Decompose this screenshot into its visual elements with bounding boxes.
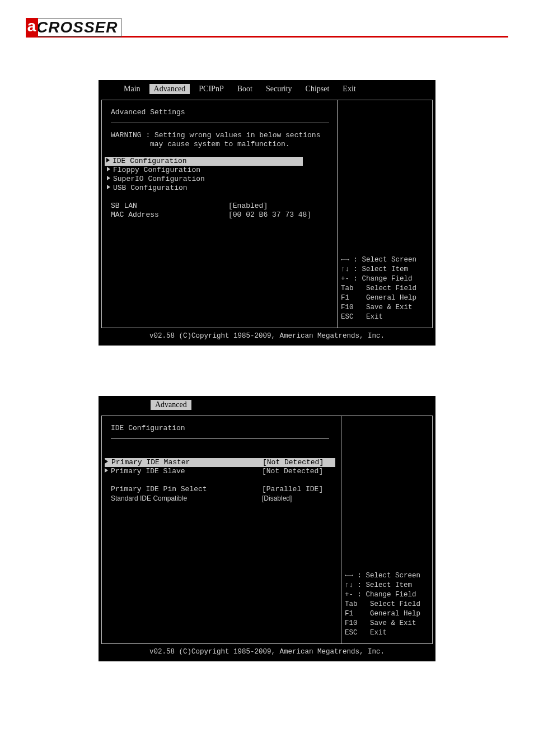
bios-tabbar: MainAdvancedPCIPnPBootSecurityChipsetExi…	[99, 81, 435, 100]
menu-item-superio-configuration[interactable]: SuperIO Configuration	[105, 175, 331, 184]
legend-line: Tab Select Field	[341, 284, 416, 293]
section-title: IDE Configuration	[111, 424, 335, 433]
tab-main[interactable]: Main	[119, 84, 145, 94]
submenu-arrow-icon	[105, 166, 113, 175]
divider	[111, 438, 329, 439]
legend-help: ←→ : Select Screen↑↓ : Select Item+- : C…	[341, 255, 416, 322]
divider	[111, 123, 329, 123]
tab-pcipnp[interactable]: PCIPnP	[194, 84, 228, 94]
menu-item-floppy-configuration[interactable]: Floppy Configuration	[105, 166, 331, 175]
warning-line-2: may cause system to malfunction.	[111, 140, 331, 149]
legend-line: +- : Change Field	[345, 590, 420, 600]
tab-security[interactable]: Security	[261, 84, 297, 94]
legend-help: ←→ : Select Screen↑↓ : Select Item+- : C…	[345, 571, 420, 638]
legend-line: ESC Exit	[341, 312, 416, 322]
legend-line: Tab Select Field	[345, 600, 420, 609]
submenu-arrow-icon	[105, 458, 111, 467]
legend-line: F1 General Help	[345, 609, 420, 619]
setting-primary-ide-master[interactable]: Primary IDE Master[Not Detected]	[105, 458, 335, 467]
submenu-arrow-icon	[105, 175, 113, 184]
legend-line: ←→ : Select Screen	[345, 571, 420, 581]
setting-primary-ide-slave[interactable]: Primary IDE Slave[Not Detected]	[105, 467, 335, 476]
legend-line: ←→ : Select Screen	[341, 255, 416, 265]
legend-line: F10 Save & Exit	[341, 303, 416, 312]
setting-standard-ide-compatible[interactable]: Standard IDE Compatible[Disabled]	[105, 494, 335, 503]
bios-screen-ide: Advanced IDE Configuration Primary IDE M…	[99, 396, 435, 661]
legend-line: ESC Exit	[345, 628, 420, 638]
tab-boot[interactable]: Boot	[233, 84, 257, 94]
setting-sb-lan[interactable]: SB LAN[Enabled]	[111, 202, 331, 211]
legend-line: F1 General Help	[341, 293, 416, 303]
submenu-arrow-icon	[105, 184, 113, 193]
warning-line-1: WARNING : Setting wrong values in below …	[111, 131, 331, 140]
legend-line: F10 Save & Exit	[345, 619, 420, 628]
menu-item-ide-configuration[interactable]: IDE Configuration	[105, 157, 303, 166]
legend-line: ↑↓ : Select Item	[345, 581, 420, 590]
section-title: Advanced Settings	[111, 108, 331, 117]
brand-logo: a CROSSER	[26, 18, 121, 37]
brand-name: CROSSER	[36, 18, 118, 36]
submenu-arrow-icon	[105, 467, 111, 476]
tab-exit[interactable]: Exit	[338, 84, 360, 94]
brand-accent: a	[26, 18, 38, 37]
tab-chipset[interactable]: Chipset	[301, 84, 334, 94]
menu-item-usb-configuration[interactable]: USB Configuration	[105, 184, 331, 193]
bios-tabbar: Advanced	[99, 396, 435, 416]
setting-mac-address[interactable]: MAC Address[00 02 B6 37 73 48]	[111, 211, 331, 220]
warning-text: WARNING : Setting wrong values in below …	[111, 131, 331, 149]
legend-line: +- : Change Field	[341, 274, 416, 284]
tab-advanced[interactable]: Advanced	[149, 84, 190, 94]
bios-screen-advanced: MainAdvancedPCIPnPBootSecurityChipsetExi…	[99, 80, 435, 346]
setting-primary-ide-pin-select[interactable]: Primary IDE Pin Select[Parallel IDE]	[105, 485, 335, 494]
bios-footer: v02.58 (C)Copyright 1985-2009, American …	[99, 644, 435, 661]
bios-footer: v02.58 (C)Copyright 1985-2009, American …	[99, 328, 435, 345]
legend-line: ↑↓ : Select Item	[341, 265, 416, 274]
brand-header: a CROSSER	[26, 18, 508, 41]
submenu-arrow-icon	[105, 157, 113, 166]
tab-advanced[interactable]: Advanced	[151, 400, 191, 410]
